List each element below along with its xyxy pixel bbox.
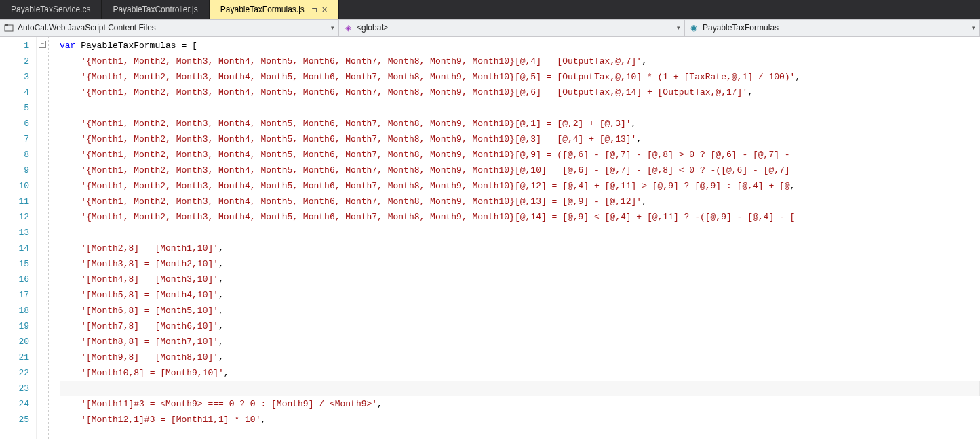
fold-toggle[interactable]: − — [39, 41, 46, 48]
code-line: '{Month1, Month2, Month3, Month4, Month5… — [60, 69, 980, 85]
member-dropdown-1[interactable]: ◈ <global> ▾ — [339, 20, 685, 36]
line-number: 9 — [0, 163, 29, 178]
line-number: 19 — [0, 318, 29, 334]
scope-label: AutoCal.Web JavaScript Content Files — [18, 23, 156, 33]
code-line: '{Month1, Month2, Month3, Month4, Month5… — [60, 54, 980, 69]
tab-label: PayableTaxFormulas.js — [220, 5, 305, 14]
line-number: 14 — [0, 241, 29, 256]
project-icon — [4, 23, 14, 33]
tab-payabletaxcontroller[interactable]: PayableTaxController.js — [102, 0, 209, 19]
code-line: '[Month10,8] = [Month9,10]', — [60, 365, 980, 381]
code-line — [60, 225, 980, 241]
line-number: 17 — [0, 287, 29, 303]
code-line: '{Month1, Month2, Month3, Month4, Month5… — [60, 163, 980, 178]
line-number: 13 — [0, 225, 29, 241]
member-label: PayableTaxFormulas — [703, 23, 779, 33]
code-area[interactable]: var PayableTaxFormulas = [ '{Month1, Mon… — [58, 37, 980, 439]
namespace-icon: ◈ — [343, 23, 353, 33]
code-line: '[Month4,8] = [Month3,10]', — [60, 272, 980, 287]
code-line: '{Month1, Month2, Month3, Month4, Month5… — [60, 85, 980, 100]
code-line: '{Month1, Month2, Month3, Month4, Month5… — [60, 178, 980, 194]
line-number: 11 — [0, 194, 29, 209]
tab-label: PayableTaxController.js — [113, 5, 197, 14]
code-line: '[Month6,8] = [Month5,10]', — [60, 303, 980, 318]
chevron-down-icon: ▾ — [972, 24, 975, 31]
line-number: 23 — [0, 381, 29, 396]
line-number: 5 — [0, 100, 29, 116]
code-line: '[Month8,8] = [Month7,10]', — [60, 334, 980, 350]
line-number: 1 — [0, 38, 29, 54]
tab-bar: PayableTaxService.cs PayableTaxControlle… — [0, 0, 980, 19]
line-number: 22 — [0, 365, 29, 381]
code-line — [60, 100, 980, 116]
code-line: '[Month9,8] = [Month8,10]', — [60, 350, 980, 365]
tab-payabletaxservice[interactable]: PayableTaxService.cs — [0, 0, 102, 19]
code-line: '{Month1, Month2, Month3, Month4, Month5… — [60, 116, 980, 131]
close-icon[interactable]: ✕ — [321, 5, 328, 14]
code-line: '{Month1, Month2, Month3, Month4, Month5… — [60, 131, 980, 147]
line-number: 18 — [0, 303, 29, 318]
code-line: '{Month1, Month2, Month3, Month4, Month5… — [60, 194, 980, 209]
outline-column: − — [37, 37, 49, 439]
line-number: 20 — [0, 334, 29, 350]
line-number: 3 — [0, 69, 29, 85]
svg-rect-1 — [5, 24, 8, 26]
code-line: var PayableTaxFormulas = [ — [60, 38, 980, 54]
code-editor[interactable]: 1234567891011121314151617181920212223242… — [0, 37, 980, 439]
member-dropdown-2[interactable]: ◉ PayableTaxFormulas ▾ — [685, 20, 980, 36]
line-number: 2 — [0, 54, 29, 69]
line-number: 21 — [0, 350, 29, 365]
line-number: 4 — [0, 85, 29, 100]
indent-guide — [49, 37, 58, 439]
line-number: 10 — [0, 178, 29, 194]
code-line: '[Month5,8] = [Month4,10]', — [60, 287, 980, 303]
tab-label: PayableTaxService.cs — [11, 5, 90, 14]
svg-rect-0 — [5, 25, 13, 31]
code-line: '[Month12,1]#3 = [Month11,1] * 10', — [60, 412, 980, 427]
code-line: '{Month1, Month2, Month3, Month4, Month5… — [60, 209, 980, 225]
pin-icon[interactable]: ⊐ — [311, 5, 317, 14]
code-line: '[Month11]#3 = <Month9> === 0 ? 0 : [Mon… — [60, 396, 980, 412]
navigation-bar: AutoCal.Web JavaScript Content Files ▾ ◈… — [0, 19, 980, 37]
chevron-down-icon: ▾ — [331, 24, 334, 31]
chevron-down-icon: ▾ — [677, 24, 680, 31]
code-line: '[Month7,8] = [Month6,10]', — [60, 318, 980, 334]
line-number: 25 — [0, 412, 29, 427]
member-label: <global> — [357, 23, 388, 33]
line-number: 15 — [0, 256, 29, 272]
code-line: '[Month3,8] = [Month2,10]', — [60, 256, 980, 272]
line-number: 7 — [0, 131, 29, 147]
line-number: 8 — [0, 147, 29, 163]
line-number-gutter: 1234567891011121314151617181920212223242… — [0, 37, 37, 439]
line-number: 24 — [0, 396, 29, 412]
scope-dropdown[interactable]: AutoCal.Web JavaScript Content Files ▾ — [0, 20, 339, 36]
code-line: '[Month2,8] = [Month1,10]', — [60, 241, 980, 256]
line-number: 12 — [0, 209, 29, 225]
line-number: 6 — [0, 116, 29, 131]
line-number: 16 — [0, 272, 29, 287]
code-line: '{Month1, Month2, Month3, Month4, Month5… — [60, 147, 980, 163]
code-line — [60, 381, 980, 396]
field-icon: ◉ — [689, 23, 699, 33]
tab-payabletaxformulas[interactable]: PayableTaxFormulas.js ⊐ ✕ — [210, 0, 339, 19]
